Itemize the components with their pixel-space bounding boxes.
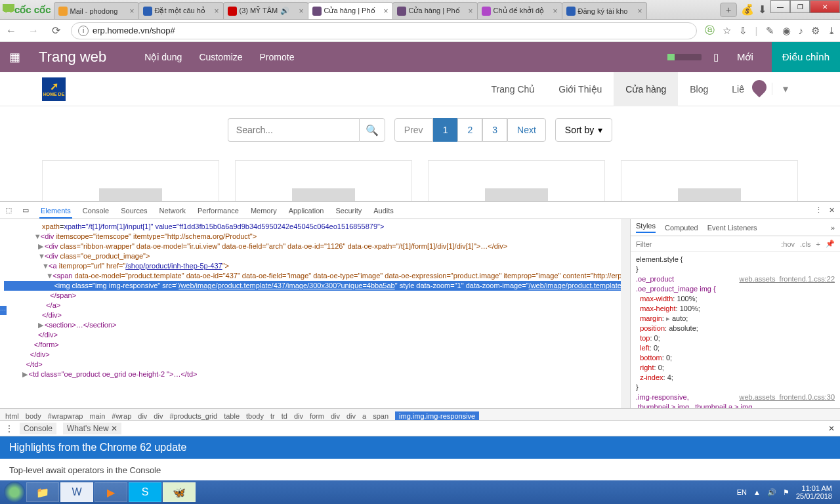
settings-gear-icon[interactable]: ⚙ bbox=[811, 25, 820, 37]
pager-prev[interactable]: Prev bbox=[394, 118, 433, 142]
savings-indicator[interactable]: ⓐ bbox=[705, 24, 715, 37]
breadcrumb-item[interactable]: tr bbox=[270, 412, 275, 420]
breadcrumb-item[interactable]: div bbox=[346, 412, 356, 420]
lang-indicator[interactable]: EN bbox=[737, 488, 747, 496]
back-button[interactable]: ← bbox=[4, 25, 18, 37]
window-minimize-button[interactable]: — bbox=[770, 0, 790, 13]
breadcrumb-item[interactable]: a bbox=[362, 412, 366, 420]
taskbar-word[interactable]: W bbox=[60, 482, 93, 502]
dropper-icon[interactable]: ✎ bbox=[766, 25, 774, 37]
taskbar-media[interactable]: ▶ bbox=[94, 482, 127, 502]
globe-icon[interactable]: ◉ bbox=[782, 25, 791, 37]
styles-more-icon[interactable]: » bbox=[831, 224, 835, 232]
breadcrumb-item[interactable]: img.img.img-responsive bbox=[395, 411, 479, 421]
devtools-tab[interactable]: Elements bbox=[39, 204, 72, 219]
download-arrow-icon[interactable]: ⇩ bbox=[739, 25, 747, 37]
styles-tab[interactable]: Styles bbox=[636, 222, 656, 233]
menu-customize[interactable]: Customize bbox=[199, 52, 242, 62]
taskbar-coccoc[interactable]: 🦋 bbox=[163, 482, 196, 502]
devtools-menu-icon[interactable]: ⋮ bbox=[815, 206, 822, 215]
pin-icon[interactable]: 📌 bbox=[826, 240, 835, 248]
devtools-close-icon[interactable]: ✕ bbox=[829, 206, 835, 215]
site-info-icon[interactable]: i bbox=[78, 26, 89, 36]
breadcrumb-item[interactable]: form bbox=[310, 412, 324, 420]
nav-link[interactable]: Trang Chủ bbox=[480, 72, 547, 106]
taskbar-skype[interactable]: S bbox=[129, 482, 161, 502]
devtools-tab[interactable]: Performance bbox=[196, 204, 240, 217]
nav-link[interactable]: Liê bbox=[720, 72, 756, 106]
tray-network-icon[interactable]: 🔊 bbox=[767, 488, 776, 497]
hov-toggle[interactable]: :hov bbox=[781, 240, 795, 248]
devtools-tab[interactable]: Application bbox=[287, 204, 326, 217]
new-button[interactable]: Mới bbox=[730, 51, 760, 63]
breadcrumb-item[interactable]: div bbox=[154, 412, 163, 420]
reload-button[interactable]: ⟳ bbox=[49, 24, 63, 37]
drawer-menu-icon[interactable]: ⋮ bbox=[5, 424, 13, 433]
pager-page[interactable]: 3 bbox=[482, 118, 507, 142]
css-rules[interactable]: element.style { } .oe_productweb.assets_… bbox=[631, 252, 840, 408]
menu-content[interactable]: Nội dung bbox=[144, 52, 182, 62]
window-close-button[interactable]: ✕ bbox=[810, 0, 840, 13]
site-logo[interactable]: ➚ HOME DE bbox=[42, 77, 66, 101]
start-button[interactable] bbox=[4, 482, 25, 503]
search-button[interactable]: 🔍 bbox=[359, 118, 385, 142]
devtools-tab[interactable]: Memory bbox=[249, 204, 278, 217]
nav-link[interactable]: Giới Thiệu bbox=[547, 72, 614, 106]
apps-grid-icon[interactable]: ▦ bbox=[9, 50, 20, 64]
nav-link[interactable]: Blog bbox=[678, 72, 720, 106]
browser-tab[interactable]: Đặt một câu hỏ× bbox=[138, 2, 224, 19]
forward-button[interactable]: → bbox=[26, 25, 41, 37]
browser-tab[interactable]: (3) MỸ TÂM🔊× bbox=[223, 2, 308, 19]
drawer-close-icon[interactable]: ✕ bbox=[828, 424, 835, 433]
product-card[interactable] bbox=[235, 160, 412, 203]
breadcrumb-item[interactable]: html bbox=[5, 412, 19, 420]
nav-link[interactable]: Cửa hàng bbox=[614, 72, 678, 106]
breadcrumb-item[interactable]: main bbox=[89, 412, 105, 420]
inspect-icon[interactable]: ⬚ bbox=[5, 206, 12, 215]
mobile-preview-icon[interactable]: ▯ bbox=[713, 51, 719, 63]
add-rule-icon[interactable]: + bbox=[816, 240, 820, 248]
devtools-tab[interactable]: Sources bbox=[119, 204, 148, 217]
breadcrumb-item[interactable]: div bbox=[138, 412, 147, 420]
devtools-tab[interactable]: Console bbox=[81, 204, 110, 217]
taskbar-explorer[interactable]: 📁 bbox=[26, 482, 59, 502]
pager-page[interactable]: 2 bbox=[457, 118, 482, 142]
product-card[interactable] bbox=[621, 160, 798, 203]
browser-tab[interactable]: Mail - phodong× bbox=[54, 2, 139, 19]
browser-tab[interactable]: Cửa hàng | Phố× bbox=[308, 2, 393, 19]
search-input[interactable] bbox=[228, 118, 359, 142]
breadcrumb-item[interactable]: td bbox=[282, 412, 287, 420]
devtools-tab[interactable]: Network bbox=[158, 204, 187, 217]
pager-next[interactable]: Next bbox=[507, 118, 546, 142]
styles-filter-input[interactable] bbox=[636, 240, 776, 248]
cls-toggle[interactable]: .cls bbox=[800, 240, 811, 248]
pager-page[interactable]: 1 bbox=[433, 118, 458, 142]
devtools-tab[interactable]: Security bbox=[334, 204, 363, 217]
drawer-console-tab[interactable]: Console bbox=[20, 423, 56, 434]
breadcrumb-item[interactable]: tbody bbox=[246, 412, 264, 420]
new-tab-button[interactable]: + bbox=[720, 3, 737, 17]
url-box[interactable]: i erp.homede.vn/shop# bbox=[71, 22, 697, 39]
window-maximize-button[interactable]: ❐ bbox=[790, 0, 810, 13]
product-card[interactable] bbox=[428, 160, 605, 203]
event-listeners-tab[interactable]: Event Listeners bbox=[707, 224, 757, 232]
computed-tab[interactable]: Computed bbox=[665, 224, 698, 232]
nav-dropdown-caret[interactable]: ▾ bbox=[772, 83, 798, 95]
breadcrumb-item[interactable]: #wrapwrap bbox=[48, 412, 83, 420]
breadcrumb-item[interactable]: #wrap bbox=[112, 412, 131, 420]
bookmark-icon[interactable]: ☆ bbox=[723, 25, 731, 37]
breadcrumb-item[interactable]: div bbox=[294, 412, 303, 420]
menu-promote[interactable]: Promote bbox=[260, 52, 295, 62]
breadcrumb-item[interactable]: body bbox=[26, 412, 41, 420]
edit-button[interactable]: Điều chỉnh bbox=[772, 42, 840, 72]
elements-tree[interactable]: ⋯ xpath=xpath="/t[1]/form[1]/input[1]" v… bbox=[0, 219, 630, 408]
browser-tab[interactable]: Đăng ký tài kho× bbox=[562, 2, 647, 19]
sort-dropdown[interactable]: Sort by▾ bbox=[555, 118, 612, 142]
product-card[interactable] bbox=[42, 160, 219, 203]
breadcrumb-item[interactable]: table bbox=[224, 412, 240, 420]
breadcrumb-item[interactable]: span bbox=[373, 412, 388, 420]
music-icon[interactable]: ♪ bbox=[799, 25, 804, 36]
savings-icon[interactable]: 💰 bbox=[741, 3, 754, 16]
devtools-tab[interactable]: Audits bbox=[372, 204, 395, 217]
browser-tab[interactable]: Cửa hàng | Phố× bbox=[392, 2, 478, 19]
